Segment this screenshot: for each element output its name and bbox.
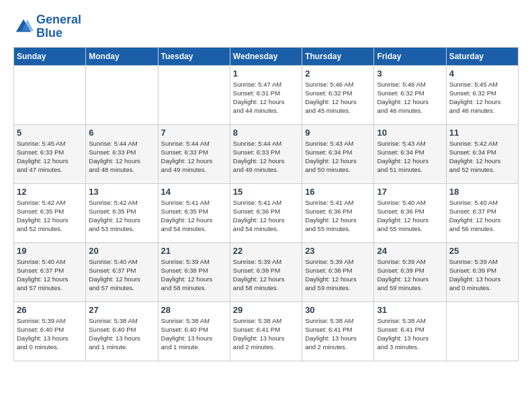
cell-detail: Sunset: 6:34 PM [377,148,443,156]
cell-detail: Sunrise: 5:38 AM [161,316,227,325]
day-number: 19 [17,246,83,256]
day-number: 3 [377,68,443,79]
day-number: 13 [89,187,154,197]
day-number: 5 [17,128,83,138]
cell-detail: Daylight: 12 hours [233,216,299,224]
cell-detail: Sunset: 6:35 PM [17,207,83,216]
calendar-cell: 25Sunrise: 5:39 AMSunset: 6:39 PMDayligh… [446,242,518,302]
calendar-cell: 20Sunrise: 5:40 AMSunset: 6:37 PMDayligh… [86,242,158,302]
calendar-cell: 23Sunrise: 5:39 AMSunset: 6:38 PMDayligh… [302,242,374,302]
calendar-table: SundayMondayTuesdayWednesdayThursdayFrid… [13,47,519,361]
weekday-header: Thursday [302,47,374,65]
cell-detail: Daylight: 13 hours [17,334,83,342]
cell-detail: Sunset: 6:39 PM [449,266,515,275]
calendar-week-row: 26Sunrise: 5:39 AMSunset: 6:40 PMDayligh… [14,302,519,361]
day-number: 2 [305,68,371,79]
cell-detail: Daylight: 12 hours [17,216,83,224]
cell-detail: Sunrise: 5:40 AM [377,198,443,207]
calendar-week-row: 5Sunrise: 5:45 AMSunset: 6:33 PMDaylight… [14,124,519,183]
day-number: 4 [449,68,515,79]
cell-detail: Daylight: 13 hours [161,334,227,342]
calendar-week-row: 12Sunrise: 5:42 AMSunset: 6:35 PMDayligh… [14,183,519,242]
calendar-cell: 8Sunrise: 5:44 AMSunset: 6:33 PMDaylight… [230,124,302,183]
cell-detail: Daylight: 12 hours [305,275,371,283]
cell-detail: Daylight: 12 hours [377,156,443,165]
cell-detail: Sunset: 6:32 PM [449,89,515,97]
cell-detail: and 54 minutes. [161,224,227,233]
day-number: 6 [89,128,154,138]
cell-detail: Sunrise: 5:46 AM [377,80,443,89]
calendar-cell: 9Sunrise: 5:43 AMSunset: 6:34 PMDaylight… [302,124,374,183]
cell-detail: and 59 minutes. [377,283,443,292]
cell-detail: Sunset: 6:33 PM [17,148,83,156]
calendar-cell: 21Sunrise: 5:39 AMSunset: 6:38 PMDayligh… [158,242,230,302]
cell-detail: Daylight: 12 hours [449,156,515,165]
logo: General Blue [13,13,81,40]
cell-detail: Daylight: 12 hours [233,97,299,106]
calendar-cell: 10Sunrise: 5:43 AMSunset: 6:34 PMDayligh… [374,124,446,183]
cell-detail: and 59 minutes. [305,283,371,292]
cell-detail: Sunset: 6:38 PM [161,266,227,275]
cell-detail: Sunrise: 5:44 AM [233,139,299,148]
cell-detail: and 0 minutes. [449,283,515,292]
calendar-cell: 2Sunrise: 5:46 AMSunset: 6:32 PMDaylight… [302,65,374,124]
cell-detail: Sunrise: 5:40 AM [17,257,83,266]
cell-detail: Daylight: 13 hours [377,334,443,342]
calendar-cell: 13Sunrise: 5:42 AMSunset: 6:35 PMDayligh… [86,183,158,242]
cell-detail: Sunset: 6:41 PM [233,325,299,334]
cell-detail: Sunrise: 5:38 AM [233,316,299,325]
calendar-cell: 28Sunrise: 5:38 AMSunset: 6:40 PMDayligh… [158,302,230,361]
logo-text: General Blue [36,13,81,40]
day-number: 25 [449,246,515,256]
cell-detail: Sunset: 6:38 PM [233,266,299,275]
weekday-header: Tuesday [158,47,230,65]
cell-detail: Sunset: 6:35 PM [89,207,154,216]
calendar-cell: 11Sunrise: 5:42 AMSunset: 6:34 PMDayligh… [446,124,518,183]
cell-detail: and 55 minutes. [377,224,443,233]
cell-detail: Sunset: 6:36 PM [305,207,371,216]
cell-detail: Sunset: 6:39 PM [377,266,443,275]
cell-detail: Daylight: 13 hours [233,334,299,342]
cell-detail: Daylight: 12 hours [449,216,515,224]
cell-detail: Daylight: 12 hours [305,97,371,106]
cell-detail: and 0 minutes. [17,342,83,351]
day-number: 17 [377,187,443,197]
calendar-cell: 5Sunrise: 5:45 AMSunset: 6:33 PMDaylight… [14,124,86,183]
cell-detail: Sunrise: 5:41 AM [161,198,227,207]
cell-detail: and 2 minutes. [233,342,299,351]
cell-detail: and 55 minutes. [305,224,371,233]
calendar-cell: 7Sunrise: 5:44 AMSunset: 6:33 PMDaylight… [158,124,230,183]
calendar-cell [86,65,158,124]
cell-detail: Daylight: 13 hours [449,275,515,283]
cell-detail: Sunrise: 5:44 AM [89,139,154,148]
cell-detail: Sunrise: 5:39 AM [161,257,227,266]
day-number: 9 [305,128,371,138]
cell-detail: Sunrise: 5:40 AM [449,198,515,207]
cell-detail: Sunset: 6:31 PM [233,89,299,97]
calendar-cell: 24Sunrise: 5:39 AMSunset: 6:39 PMDayligh… [374,242,446,302]
day-number: 28 [161,305,227,315]
cell-detail: and 52 minutes. [449,165,515,174]
weekday-header: Monday [86,47,158,65]
cell-detail: and 58 minutes. [161,283,227,292]
day-number: 14 [161,187,227,197]
cell-detail: and 52 minutes. [17,224,83,233]
cell-detail: and 57 minutes. [89,283,154,292]
weekday-header-row: SundayMondayTuesdayWednesdayThursdayFrid… [14,47,519,65]
cell-detail: Sunset: 6:41 PM [377,325,443,334]
day-number: 12 [17,187,83,197]
cell-detail: Sunset: 6:37 PM [89,266,154,275]
logo-icon [13,17,34,37]
calendar-cell: 26Sunrise: 5:39 AMSunset: 6:40 PMDayligh… [14,302,86,361]
calendar-cell [158,65,230,124]
cell-detail: Sunrise: 5:45 AM [17,139,83,148]
cell-detail: Daylight: 12 hours [233,156,299,165]
calendar-cell [446,302,518,361]
day-number: 1 [233,68,299,79]
weekday-header: Friday [374,47,446,65]
calendar-cell: 3Sunrise: 5:46 AMSunset: 6:32 PMDaylight… [374,65,446,124]
cell-detail: Daylight: 12 hours [305,156,371,165]
day-number: 24 [377,246,443,256]
calendar-cell: 16Sunrise: 5:41 AMSunset: 6:36 PMDayligh… [302,183,374,242]
cell-detail: Sunset: 6:40 PM [89,325,154,334]
